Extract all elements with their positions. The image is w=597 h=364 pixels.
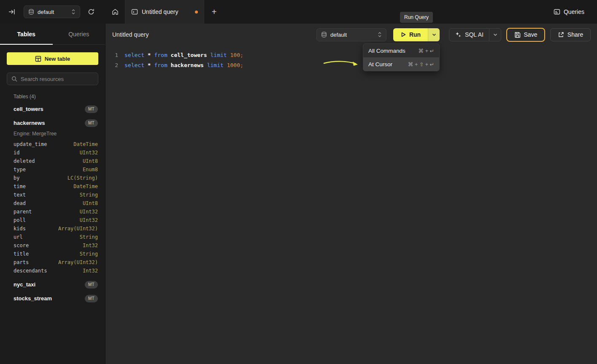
code-line[interactable]: 1select * from cell_towers limit 100; [105, 50, 597, 60]
column-name: dead [14, 200, 26, 206]
column-row: kidsArray(UInt32) [14, 224, 98, 233]
sql-editor[interactable]: 1select * from cell_towers limit 100;2se… [105, 46, 597, 70]
header-controls: default Run [316, 28, 591, 42]
table-row-cell-towers[interactable]: cell_towers MT [0, 102, 105, 116]
column-name: update_time [14, 141, 47, 147]
save-icon [514, 32, 521, 38]
column-row: update_timeDateTime [14, 140, 98, 148]
column-name: descendants [14, 268, 47, 274]
engine-badge: MT [85, 295, 98, 302]
database-selector-value: default [38, 9, 68, 15]
topbar: default Untitled query + Quer [0, 0, 597, 24]
column-row: typeEnum8 [14, 165, 98, 174]
query-header: Untitled query default Run [105, 24, 597, 46]
search-input[interactable] [21, 76, 94, 82]
collapse-sidebar-icon [8, 8, 16, 16]
column-type: UInt8 [83, 158, 98, 164]
column-row: deletedUInt8 [14, 157, 98, 165]
sql-ai-options-button[interactable] [489, 29, 501, 41]
column-name: type [14, 167, 26, 173]
column-name: time [14, 183, 26, 189]
database-icon [28, 9, 34, 15]
collapse-sidebar-button[interactable] [5, 5, 19, 19]
home-tab-button[interactable] [105, 0, 125, 24]
queries-button[interactable]: Queries [550, 6, 588, 18]
run-menu-item-all-commands[interactable]: All Commands⌘ + ↵ [363, 44, 439, 57]
query-title: Untitled query [112, 31, 149, 38]
chevron-down-icon [493, 32, 498, 37]
column-name: parts [14, 259, 29, 265]
column-type: DateTime [73, 183, 98, 189]
run-button-label: Run [409, 31, 421, 38]
table-row-hackernews[interactable]: hackernews MT [0, 116, 105, 130]
column-type: UInt32 [80, 209, 98, 215]
column-name: id [14, 150, 19, 156]
menu-item-label: All Commands [368, 48, 405, 54]
line-number: 2 [112, 62, 118, 68]
run-button[interactable]: Run [393, 28, 428, 41]
refresh-button[interactable] [84, 5, 98, 19]
column-name: text [14, 192, 26, 198]
play-icon [400, 32, 406, 38]
tab-untitled-query[interactable]: Untitled query [125, 0, 204, 24]
table-row-stocks-stream[interactable]: stocks_stream MT [0, 291, 105, 305]
column-type: Int32 [83, 268, 98, 274]
column-type: UInt32 [80, 217, 98, 223]
column-row: pollUInt32 [14, 216, 98, 224]
column-type: UInt32 [80, 150, 98, 156]
search-icon [11, 76, 17, 82]
sidebar-tab-queries[interactable]: Queries [53, 24, 105, 44]
column-row: idUInt32 [14, 148, 98, 157]
engine-label: Engine: MergeTree [0, 130, 105, 140]
column-type: Array(UInt32) [58, 226, 98, 232]
column-name: by [14, 175, 19, 181]
table-name: hackernews [14, 120, 45, 126]
new-table-label: New table [45, 56, 70, 62]
column-type: Enum8 [83, 167, 98, 173]
chevron-down-icon [432, 32, 437, 37]
new-table-button[interactable]: New table [7, 52, 98, 65]
table-grid-icon [35, 56, 41, 62]
unsaved-indicator-dot [195, 11, 198, 13]
column-row: timeDateTime [14, 182, 98, 191]
column-row: textString [14, 191, 98, 199]
run-menu-item-at-cursor[interactable]: At Cursor⌘ + ⇧ + ↵ [363, 57, 439, 71]
table-name: stocks_stream [14, 295, 52, 302]
share-icon [558, 32, 564, 38]
chevron-updown-icon [71, 9, 76, 15]
query-database-value: default [330, 32, 374, 38]
new-tab-button[interactable]: + [204, 0, 224, 24]
plus-icon: + [212, 7, 217, 17]
sql-ai-button[interactable]: SQL AI [449, 28, 501, 41]
tab-label: Untitled query [142, 8, 191, 15]
sql-ai-label: SQL AI [465, 31, 484, 38]
topbar-database-selector[interactable]: default [24, 5, 80, 18]
run-options-button[interactable] [428, 28, 440, 41]
run-split-button: Run [393, 28, 440, 41]
share-button[interactable]: Share [550, 28, 591, 41]
run-options-menu: All Commands⌘ + ↵At Cursor⌘ + ⇧ + ↵ [363, 43, 440, 71]
column-type: String [80, 192, 98, 198]
menu-item-shortcut: ⌘ + ⇧ + ↵ [408, 61, 434, 67]
column-row: titleString [14, 250, 98, 258]
table-list: cell_towers MT hackernews MT Engine: Mer… [0, 102, 105, 305]
column-name: kids [14, 226, 26, 232]
query-database-selector[interactable]: default [316, 28, 386, 41]
database-icon [321, 32, 327, 38]
column-row: deadUInt8 [14, 199, 98, 208]
column-type: LC(String) [68, 175, 98, 181]
column-name: parent [14, 209, 32, 215]
code-line[interactable]: 2select * from hackernews limit 1000; [105, 60, 597, 70]
tab-strip: Untitled query + [105, 0, 224, 24]
engine-badge: MT [85, 281, 98, 289]
run-query-tooltip: Run Query [400, 12, 433, 23]
share-button-label: Share [567, 31, 583, 38]
search-box [7, 73, 98, 85]
engine-badge: MT [85, 105, 98, 113]
table-row-nyc-taxi[interactable]: nyc_taxi MT [0, 278, 105, 291]
save-button[interactable]: Save [506, 28, 545, 42]
column-row: byLC(String) [14, 174, 98, 182]
sidebar-tab-tables[interactable]: Tables [0, 24, 53, 44]
column-row: descendantsInt32 [14, 267, 98, 275]
sql-ai-main[interactable]: SQL AI [449, 29, 489, 41]
